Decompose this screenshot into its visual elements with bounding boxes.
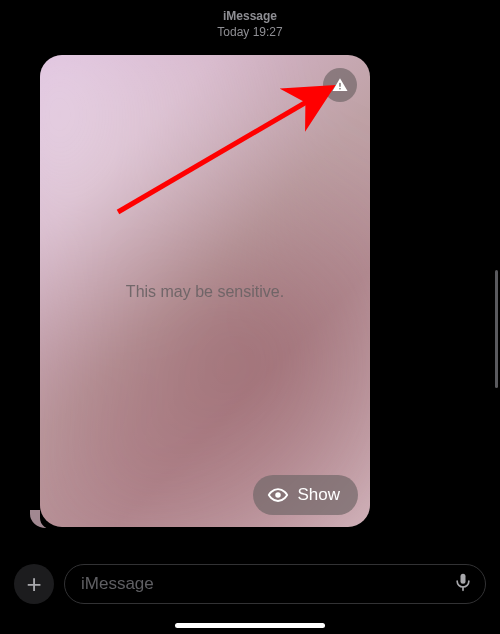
- show-button-label: Show: [297, 485, 340, 505]
- warning-triangle-icon: [331, 76, 349, 94]
- attach-plus-button[interactable]: +: [14, 564, 54, 604]
- plus-icon: +: [26, 569, 41, 600]
- conversation-timestamp-header: iMessage Today 19:27: [0, 0, 500, 40]
- message-placeholder: iMessage: [81, 574, 154, 594]
- timestamp-label: Today 19:27: [0, 24, 500, 40]
- svg-rect-0: [339, 83, 340, 87]
- svg-point-2: [276, 492, 282, 498]
- home-indicator[interactable]: [175, 623, 325, 628]
- show-sensitive-button[interactable]: Show: [253, 475, 358, 515]
- incoming-sensitive-image-bubble[interactable]: This may be sensitive. Show: [40, 55, 370, 527]
- sensitive-warning-badge[interactable]: [323, 68, 357, 102]
- scroll-indicator: [495, 270, 498, 388]
- message-text-field[interactable]: iMessage: [64, 564, 486, 604]
- svg-point-1: [339, 88, 341, 90]
- service-label: iMessage: [0, 8, 500, 24]
- dictation-mic-icon[interactable]: [453, 572, 473, 596]
- message-input-bar: + iMessage: [0, 562, 500, 606]
- eye-icon: [267, 484, 289, 506]
- sensitive-content-label: This may be sensitive.: [40, 283, 370, 301]
- svg-rect-4: [461, 574, 466, 584]
